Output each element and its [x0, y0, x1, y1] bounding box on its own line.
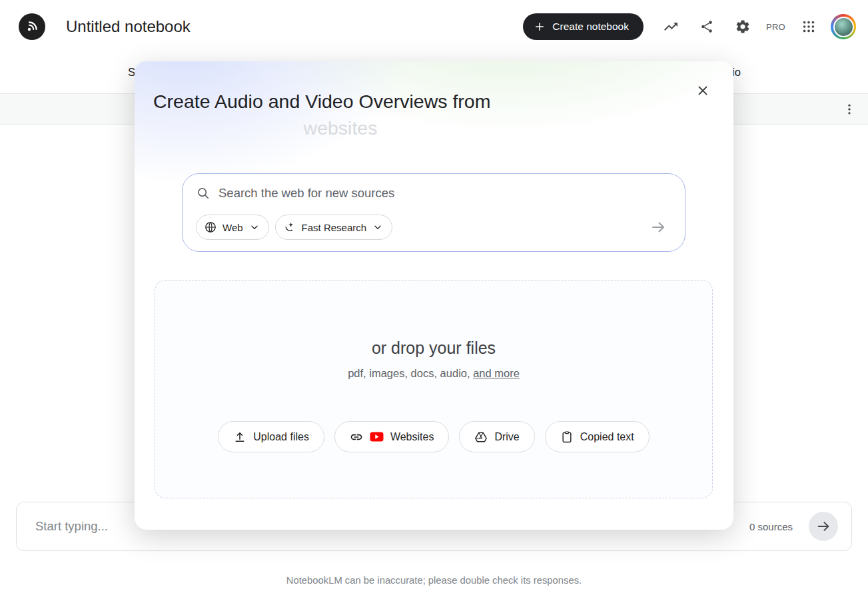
copied-text-button[interactable]: Copied text: [545, 421, 650, 452]
search-options-row: Web Fast Research: [196, 214, 671, 241]
notebooklm-logo-icon: [24, 19, 40, 35]
research-chip-label: Fast Research: [302, 222, 367, 233]
web-chip-label: Web: [222, 222, 243, 233]
copied-text-label: Copied text: [580, 431, 634, 443]
header-actions: Create notebook PRO: [523, 13, 856, 40]
disclaimer-text: NotebookLM can be inaccurate; please dou…: [0, 575, 868, 586]
upload-files-button[interactable]: Upload files: [218, 421, 324, 452]
notebooklm-logo[interactable]: [19, 13, 45, 40]
more-options-icon[interactable]: [836, 96, 863, 123]
formats-text: pdf, images, docs, audio,: [348, 367, 473, 379]
fast-research-icon: [283, 221, 296, 234]
modal-title-prefix: Create Audio and Video Overviews from: [153, 91, 490, 112]
dropzone-formats: pdf, images, docs, audio, and more: [348, 367, 520, 380]
apps-grid-icon[interactable]: [795, 13, 823, 41]
pro-badge: PRO: [766, 22, 785, 32]
create-notebook-label: Create notebook: [552, 21, 629, 33]
research-mode-dropdown[interactable]: Fast Research: [275, 215, 393, 240]
source-buttons-row: Upload files Websites Drive: [218, 421, 649, 452]
plus-icon: [534, 21, 546, 33]
share-icon[interactable]: [693, 13, 721, 41]
arrow-right-icon: [816, 519, 831, 534]
globe-icon: [204, 221, 217, 234]
sources-count: 0 sources: [749, 521, 793, 532]
upload-icon: [233, 430, 246, 444]
upload-files-label: Upload files: [253, 431, 309, 443]
user-avatar[interactable]: [831, 14, 856, 39]
and-more-link[interactable]: and more: [473, 367, 520, 379]
send-button[interactable]: [809, 512, 838, 541]
drive-label: Drive: [494, 431, 519, 443]
app-header: Untitled notebook Create notebook PRO: [0, 0, 868, 53]
search-row: [196, 186, 671, 201]
submit-search-icon[interactable]: [645, 214, 671, 241]
drive-button[interactable]: Drive: [459, 421, 534, 452]
dropzone-heading: or drop your files: [372, 338, 496, 358]
avatar-image: [833, 17, 854, 37]
search-input[interactable]: [218, 186, 671, 201]
link-icon: [350, 430, 363, 444]
close-icon[interactable]: [689, 77, 716, 104]
websites-label: Websites: [390, 431, 434, 443]
chevron-down-icon: [372, 221, 384, 233]
modal-title-highlight: websites: [153, 115, 528, 141]
google-drive-icon: [474, 430, 488, 444]
analytics-icon[interactable]: [657, 13, 685, 41]
create-notebook-button[interactable]: Create notebook: [523, 13, 644, 40]
notebook-title[interactable]: Untitled notebook: [66, 17, 191, 36]
web-source-dropdown[interactable]: Web: [196, 215, 269, 240]
search-box: Web Fast Research: [182, 173, 685, 252]
websites-button[interactable]: Websites: [334, 421, 450, 452]
clipboard-icon: [560, 430, 574, 444]
file-dropzone[interactable]: or drop your files pdf, images, docs, au…: [155, 280, 713, 498]
modal-title: Create Audio and Video Overviews from we…: [153, 88, 528, 141]
create-sources-modal: Create Audio and Video Overviews from we…: [135, 61, 733, 530]
chevron-down-icon: [248, 221, 260, 233]
search-icon: [196, 186, 211, 201]
settings-icon[interactable]: [729, 13, 757, 41]
youtube-icon: [370, 432, 384, 442]
